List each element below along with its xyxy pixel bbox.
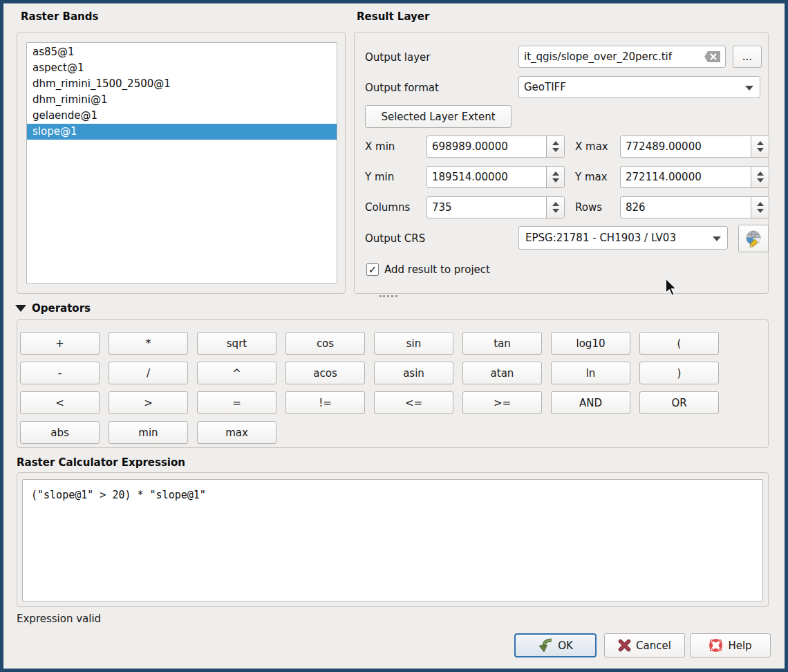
raster-band-item[interactable]: dhm_rimini_1500_2500@1 (27, 76, 337, 92)
operator-button-cos[interactable]: cos (285, 332, 365, 355)
x-max-spinbox[interactable]: 772489.00000 (620, 136, 769, 158)
rows-value: 826 (621, 201, 751, 214)
raster-band-item[interactable]: as85@1 (27, 44, 337, 60)
expression-textarea[interactable]: ("slope@1" > 20) * "slope@1" (22, 479, 763, 601)
operator-button-multiply[interactable]: * (109, 332, 188, 355)
operator-button-acos[interactable]: acos (285, 362, 365, 384)
spin-down-icon (757, 209, 764, 213)
output-crs-label: Output CRS (365, 232, 425, 245)
spin-down-icon (552, 209, 559, 213)
browse-button-label: ... (742, 50, 752, 63)
output-format-select[interactable]: GeoTIFF (518, 76, 760, 98)
output-crs-value: EPSG:21781 - CH1903 / LV03 (519, 232, 709, 244)
y-max-value: 272114.00000 (621, 171, 751, 183)
select-crs-button[interactable] (738, 225, 769, 252)
x-max-label: X max (575, 140, 608, 153)
operator-button-sqrt[interactable]: sqrt (197, 332, 276, 355)
operator-button-max[interactable]: max (197, 421, 276, 444)
operator-button-or[interactable]: OR (639, 391, 719, 414)
rows-spinbox[interactable]: 826 (620, 196, 769, 218)
splitter-handle[interactable] (379, 295, 397, 297)
spin-up-icon (552, 202, 559, 206)
output-crs-select[interactable]: EPSG:21781 - CH1903 / LV03 (518, 226, 728, 250)
y-max-spinbox[interactable]: 272114.00000 (620, 166, 769, 188)
raster-calculator-dialog: Raster Bands as85@1aspect@1dhm_rimini_15… (0, 0, 788, 672)
y-min-spinner-buttons[interactable] (546, 167, 564, 187)
x-min-spinbox[interactable]: 698989.00000 (426, 136, 565, 158)
y-min-spinbox[interactable]: 189514.00000 (426, 166, 565, 188)
add-result-checkbox[interactable]: ✓ (366, 263, 379, 276)
columns-spinbox[interactable]: 735 (426, 196, 565, 218)
operator-button-greater-equal[interactable]: >= (462, 391, 542, 414)
help-button-label: Help (728, 640, 751, 652)
operator-button-minus[interactable]: - (20, 362, 100, 384)
operator-button-tan[interactable]: tan (462, 332, 542, 355)
spin-up-icon (552, 141, 559, 145)
output-format-value: GeoTIFF (519, 81, 741, 93)
x-min-value: 698989.00000 (427, 140, 546, 153)
operator-button-and[interactable]: AND (551, 391, 630, 414)
operator-button-sin[interactable]: sin (374, 332, 453, 355)
cancel-x-icon (618, 639, 631, 652)
spin-down-icon (757, 148, 764, 152)
operator-button-greater-than[interactable]: > (109, 391, 188, 414)
clear-icon[interactable] (704, 50, 721, 63)
result-layer-title: Result Layer (357, 10, 429, 23)
selected-layer-extent-label: Selected Layer Extent (381, 111, 495, 123)
operator-button-not-equal[interactable]: != (285, 391, 365, 414)
operator-button-open-paren[interactable]: ( (639, 332, 719, 355)
spin-up-icon (552, 171, 559, 176)
operators-row: absminmax (20, 421, 768, 444)
operator-button-plus[interactable]: + (20, 332, 100, 355)
operator-button-close-paren[interactable]: ) (639, 362, 719, 384)
selected-layer-extent-button[interactable]: Selected Layer Extent (365, 105, 512, 128)
y-min-label: Y min (365, 171, 394, 183)
spin-up-icon (757, 171, 764, 176)
operator-button-ln[interactable]: ln (551, 362, 630, 384)
expression-title: Raster Calculator Expression (17, 456, 185, 469)
chevron-down-icon (745, 86, 753, 91)
operator-button-equals[interactable]: = (197, 391, 276, 414)
columns-label: Columns (365, 201, 410, 214)
operator-button-asin[interactable]: asin (374, 362, 453, 384)
operators-row: <>=!=<=>=ANDOR (20, 391, 768, 414)
cancel-button[interactable]: Cancel (604, 633, 685, 657)
spin-down-icon (757, 178, 764, 183)
columns-value: 735 (427, 201, 546, 214)
operator-button-less-equal[interactable]: <= (374, 391, 453, 414)
x-max-spinner-buttons[interactable] (751, 136, 769, 157)
collapse-triangle-icon[interactable] (15, 305, 26, 312)
rows-spinner-buttons[interactable] (751, 197, 769, 218)
operator-button-atan[interactable]: atan (462, 362, 542, 384)
y-min-value: 189514.00000 (427, 171, 546, 183)
raster-band-item[interactable]: slope@1 (27, 124, 337, 140)
y-max-spinner-buttons[interactable] (751, 167, 769, 187)
help-button[interactable]: Help (690, 633, 771, 657)
columns-spinner-buttons[interactable] (546, 197, 564, 218)
x-min-spinner-buttons[interactable] (546, 136, 564, 157)
help-lifebuoy-icon (709, 638, 723, 653)
operator-button-min[interactable]: min (109, 421, 188, 444)
operators-group: +*sqrtcossintanlog10(-/^acosasinatanln)<… (17, 319, 769, 448)
raster-band-item[interactable]: aspect@1 (27, 60, 337, 76)
browse-button[interactable]: ... (733, 46, 762, 68)
output-format-label: Output format (365, 82, 439, 94)
operator-button-divide[interactable]: / (109, 362, 188, 384)
y-max-label: Y max (575, 171, 608, 183)
chevron-down-icon (713, 236, 721, 241)
cancel-button-label: Cancel (636, 640, 671, 652)
raster-band-item[interactable]: gelaende@1 (27, 108, 337, 124)
raster-band-item[interactable]: dhm_rimini@1 (27, 92, 337, 108)
operators-row: +*sqrtcossintanlog10( (20, 332, 768, 355)
raster-bands-list[interactable]: as85@1aspect@1dhm_rimini_1500_2500@1dhm_… (26, 42, 337, 284)
operator-button-power[interactable]: ^ (197, 362, 276, 384)
operator-button-abs[interactable]: abs (20, 421, 100, 444)
operator-button-less-than[interactable]: < (20, 391, 100, 414)
spin-up-icon (757, 141, 764, 145)
operator-button-log10[interactable]: log10 (551, 332, 630, 355)
output-layer-input[interactable]: it_qgis/slope_over_20perc.tif (518, 46, 726, 68)
spin-down-icon (552, 148, 559, 152)
rows-label: Rows (575, 201, 602, 214)
ok-button[interactable]: OK (514, 633, 597, 657)
globe-crs-icon (744, 230, 763, 248)
